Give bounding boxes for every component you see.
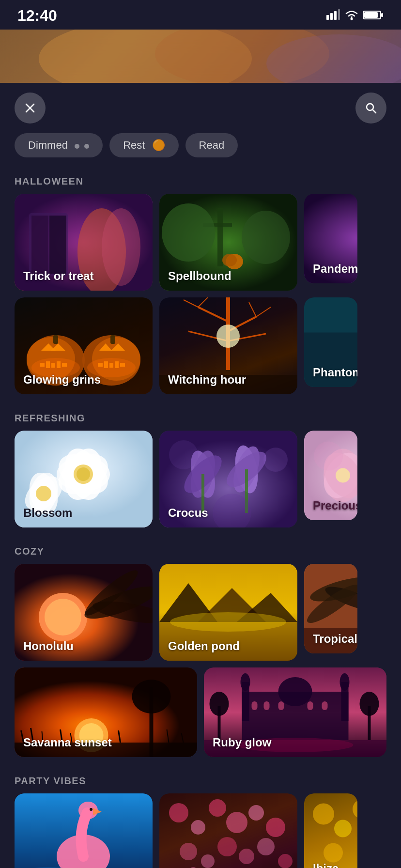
status-icons	[326, 9, 384, 23]
svg-point-155	[169, 803, 188, 822]
svg-point-172	[334, 820, 352, 837]
svg-rect-140	[278, 701, 284, 710]
svg-point-156	[191, 820, 205, 835]
chip-rest[interactable]: Rest 🟠	[109, 133, 178, 157]
svg-rect-141	[308, 701, 313, 710]
svg-point-97	[336, 468, 350, 483]
scene-pandemo-partial[interactable]: Pandemo	[304, 194, 357, 283]
svg-rect-19	[31, 216, 48, 274]
svg-rect-49	[110, 335, 115, 344]
scene-crocus[interactable]: Crocus	[159, 431, 297, 527]
svg-point-80	[36, 486, 51, 501]
section-title-cozy: COZY	[0, 537, 401, 564]
svg-line-14	[373, 110, 376, 113]
scene-phantom-partial[interactable]: Phantom	[304, 297, 357, 387]
svg-point-148	[360, 692, 379, 716]
search-button[interactable]	[355, 93, 386, 124]
scene-trick-or-treat[interactable]: Trick or treat	[15, 194, 153, 291]
section-title-halloween: HALLOWEEN	[0, 167, 401, 194]
scene-ibiza-partial[interactable]: Ibiza	[304, 793, 357, 868]
svg-line-59	[256, 307, 271, 317]
scene-label-phantom: Phantom	[313, 366, 357, 379]
top-blur-area	[0, 30, 401, 88]
svg-line-53	[198, 307, 228, 322]
svg-point-137	[340, 673, 350, 691]
scene-precious-partial[interactable]: Precious	[304, 431, 357, 520]
scene-savanna[interactable]: Savanna sunset	[15, 667, 197, 757]
section-cozy: COZY	[0, 537, 401, 757]
svg-point-171	[313, 804, 334, 825]
scene-label-ruby: Ruby glow	[213, 736, 271, 749]
scene-label-spellbound: Spellbound	[168, 269, 231, 283]
svg-point-4	[351, 17, 353, 20]
svg-point-76	[77, 467, 90, 481]
chip-dimmed[interactable]: Dimmed	[15, 133, 103, 157]
svg-rect-39	[53, 335, 58, 344]
svg-point-164	[239, 849, 254, 864]
scene-label-tropical: Tropical t	[313, 632, 357, 646]
svg-rect-6	[381, 13, 383, 17]
scroll-content[interactable]: HALLOWEEN	[0, 167, 401, 868]
scene-label-ibiza: Ibiza	[313, 862, 339, 868]
svg-rect-142	[322, 701, 328, 710]
section-refreshing: REFRESHING	[0, 404, 401, 527]
svg-point-159	[248, 805, 264, 821]
scene-miami[interactable]: Miami	[15, 793, 153, 868]
svg-point-98	[314, 442, 343, 471]
svg-rect-22	[217, 208, 223, 266]
svg-point-161	[180, 843, 197, 860]
scene-honolulu[interactable]: Honolulu	[15, 564, 153, 661]
svg-point-165	[257, 838, 275, 855]
close-button[interactable]	[15, 93, 46, 124]
scene-spellbound[interactable]: Spellbound	[159, 194, 297, 291]
section-party: PARTY VIBES	[0, 767, 401, 868]
svg-point-90	[169, 440, 198, 469]
status-bar: 12:40	[0, 0, 401, 30]
party-row-1: Miami	[0, 793, 401, 868]
svg-point-27	[242, 211, 290, 264]
svg-rect-1	[330, 13, 333, 20]
svg-line-60	[249, 302, 256, 317]
svg-point-157	[209, 799, 226, 817]
svg-rect-7	[364, 12, 378, 18]
scene-label-glowing: Glowing grins	[23, 373, 101, 387]
chips-row: Dimmed Rest 🟠 Read	[0, 133, 401, 167]
svg-point-26	[162, 203, 215, 262]
wifi-icon	[345, 10, 358, 22]
scene-tropical-partial[interactable]: Tropical t	[304, 564, 357, 653]
svg-rect-138	[252, 701, 258, 710]
svg-rect-20	[49, 216, 66, 274]
svg-point-91	[263, 448, 288, 472]
scene-label-crocus: Crocus	[168, 506, 208, 520]
svg-point-133	[278, 677, 312, 706]
svg-point-25	[222, 254, 237, 266]
section-title-refreshing: REFRESHING	[0, 404, 401, 431]
section-title-party: PARTY VIBES	[0, 767, 401, 793]
scene-witching-hour[interactable]: Witching hour	[159, 297, 297, 394]
scene-glowing-grins[interactable]: Glowing grins	[15, 297, 153, 394]
scene-label-blossom: Blossom	[23, 506, 72, 520]
scene-golden-pond[interactable]: Golden pond	[159, 564, 297, 661]
chip-read[interactable]: Read	[185, 133, 238, 157]
svg-point-17	[102, 208, 140, 286]
svg-rect-2	[334, 11, 337, 20]
halloween-row-2: Glowing grins	[0, 291, 401, 394]
cozy-row-2: Savanna sunset	[0, 661, 401, 757]
svg-point-152	[90, 808, 93, 811]
svg-rect-0	[326, 15, 329, 20]
scene-ruby[interactable]: Ruby glow	[204, 667, 386, 757]
status-time: 12:40	[17, 7, 57, 25]
svg-point-160	[266, 818, 285, 837]
svg-point-158	[226, 812, 247, 833]
scene-rio[interactable]: Rio	[159, 793, 297, 868]
svg-point-136	[241, 673, 250, 691]
svg-point-177	[324, 843, 343, 863]
header-controls	[0, 83, 401, 133]
refreshing-row-1: Blossom	[0, 431, 401, 527]
svg-point-146	[210, 692, 229, 716]
scene-blossom[interactable]: Blossom	[15, 431, 153, 527]
cozy-row-1: Honolulu	[0, 564, 401, 661]
svg-point-163	[217, 837, 237, 856]
svg-point-61	[216, 325, 240, 348]
scene-label-precious: Precious	[313, 499, 357, 512]
